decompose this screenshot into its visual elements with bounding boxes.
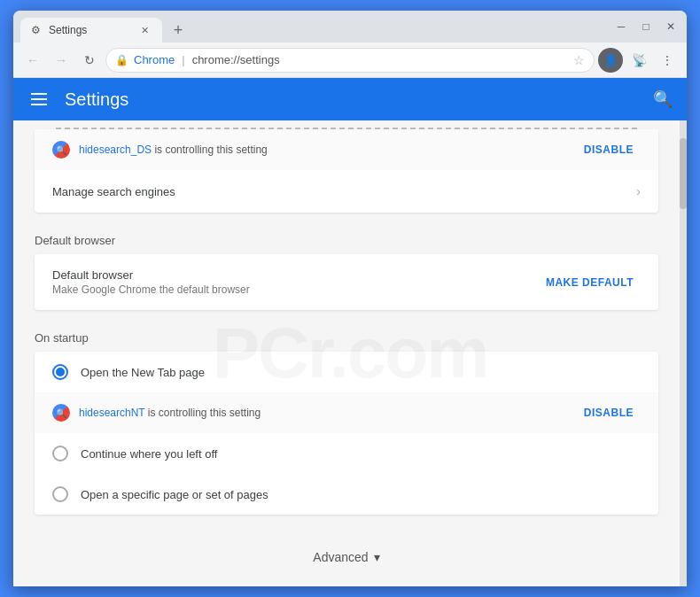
menu-button[interactable]: ⋮ <box>655 48 680 73</box>
hidesearch-nt-link[interactable]: hidesearchNT <box>79 407 144 419</box>
settings-search-button[interactable]: 🔍 <box>653 89 673 109</box>
app-header: Settings 🔍 <box>13 78 687 120</box>
default-browser-title: Default browser <box>52 268 539 282</box>
toolbar: ← → ↻ 🔒 Chrome | chrome://settings ☆ 👤 📡… <box>13 43 687 78</box>
continue-where-left-off-row[interactable]: Continue where you left off <box>35 433 658 474</box>
url-origin: Chrome <box>134 53 175 66</box>
page-title: Settings <box>65 89 639 110</box>
hamburger-line-3 <box>31 104 47 105</box>
hidesearch-ds-icon: 🔍 <box>56 145 66 155</box>
on-startup-section-label: On startup <box>35 317 658 352</box>
continue-where-left-off-radio[interactable] <box>52 446 68 461</box>
open-specific-page-radio[interactable] <box>52 486 68 502</box>
default-browser-text: Default browser Make Google Chrome the d… <box>52 268 539 296</box>
open-new-tab-row[interactable]: Open the New Tab page <box>35 352 658 392</box>
scrollbar-track[interactable] <box>680 120 687 586</box>
scrollbar-thumb[interactable] <box>680 138 687 209</box>
hamburger-line-2 <box>31 98 47 100</box>
radio-dot <box>56 368 65 376</box>
disable-startup-button[interactable]: DISABLE <box>577 403 641 423</box>
chevron-right-icon: › <box>636 184 641 198</box>
default-browser-row: Default browser Make Google Chrome the d… <box>35 254 658 310</box>
hidesearch-nt-icon: 🔍 <box>56 408 66 418</box>
advanced-button[interactable]: Advanced ▾ <box>299 543 393 571</box>
window-controls: ─ □ ✕ <box>612 18 680 35</box>
disable-search-button[interactable]: DISABLE <box>577 140 641 159</box>
default-browser-card: Default browser Make Google Chrome the d… <box>35 254 658 310</box>
hamburger-line-1 <box>31 93 47 95</box>
tab-close-button[interactable]: ✕ <box>137 23 152 37</box>
browser-window: ⚙ Settings ✕ + ─ □ ✕ ← → ↻ 🔒 Chrome | ch… <box>13 11 687 586</box>
manage-search-engines-row[interactable]: Manage search engines › <box>35 170 658 213</box>
controlled-text-startup: hidesearchNT is controlling this setting <box>79 407 568 419</box>
default-browser-section: Default browser Default browser Make Goo… <box>13 220 680 310</box>
omnibox[interactable]: 🔒 Chrome | chrome://settings ☆ <box>105 48 595 73</box>
continue-where-left-off-label: Continue where you left off <box>81 447 217 461</box>
toolbar-actions: 👤 📡 ⋮ <box>598 48 680 73</box>
active-tab[interactable]: ⚙ Settings ✕ <box>20 18 162 43</box>
cast-icon[interactable]: 📡 <box>626 48 651 73</box>
reload-button[interactable]: ↻ <box>77 48 102 73</box>
url-separator: | <box>182 53 184 66</box>
tab-bar: ⚙ Settings ✕ + <box>20 11 612 43</box>
on-startup-section: On startup Open the New Tab page 🔍 <box>13 317 680 515</box>
hamburger-button[interactable] <box>27 89 51 109</box>
search-controlled-row: 🔍 hidesearch_DS is controlling this sett… <box>35 129 658 170</box>
make-default-button[interactable]: MAKE DEFAULT <box>539 273 641 292</box>
startup-controlled-row: 🔍 hidesearchNT is controlling this setti… <box>35 392 658 433</box>
search-card: 🔍 hidesearch_DS is controlling this sett… <box>35 129 658 213</box>
lock-icon: 🔒 <box>115 54 128 66</box>
new-tab-button[interactable]: + <box>166 18 191 43</box>
advanced-section: Advanced ▾ <box>13 522 680 586</box>
hidesearch-ds-link[interactable]: hidesearch_DS <box>79 143 152 156</box>
search-section: 🔍 hidesearch_DS is controlling this sett… <box>13 129 680 213</box>
default-browser-section-label: Default browser <box>35 220 658 254</box>
open-specific-page-label: Open a specific page or set of pages <box>81 488 268 501</box>
chevron-down-icon: ▾ <box>374 550 380 564</box>
tab-title: Settings <box>49 24 87 36</box>
on-startup-card: Open the New Tab page 🔍 hidesearchNT is … <box>35 352 658 515</box>
controlled-text-search: hidesearch_DS is controlling this settin… <box>79 143 568 156</box>
default-browser-subtitle: Make Google Chrome the default browser <box>52 283 539 296</box>
manage-search-label: Manage search engines <box>52 185 636 198</box>
tab-favicon: ⚙ <box>31 24 43 36</box>
url-path: chrome://settings <box>192 53 280 66</box>
forward-button[interactable]: → <box>49 48 74 73</box>
advanced-label: Advanced <box>313 550 368 564</box>
back-button[interactable]: ← <box>20 48 45 73</box>
minimize-button[interactable]: ─ <box>612 18 630 35</box>
title-bar: ⚙ Settings ✕ + ─ □ ✕ <box>13 11 687 43</box>
close-button[interactable]: ✕ <box>662 18 680 35</box>
open-new-tab-radio[interactable] <box>52 364 68 380</box>
open-specific-page-row[interactable]: Open a specific page or set of pages <box>35 474 658 515</box>
open-new-tab-label: Open the New Tab page <box>81 366 205 379</box>
maximize-button[interactable]: □ <box>637 18 655 35</box>
settings-content: PCr.com 🔍 hidesearch_DS is controlling t… <box>13 120 687 586</box>
settings-main: PCr.com 🔍 hidesearch_DS is controlling t… <box>13 120 680 586</box>
profile-button[interactable]: 👤 <box>598 48 623 73</box>
bookmark-star-icon[interactable]: ☆ <box>573 53 585 67</box>
